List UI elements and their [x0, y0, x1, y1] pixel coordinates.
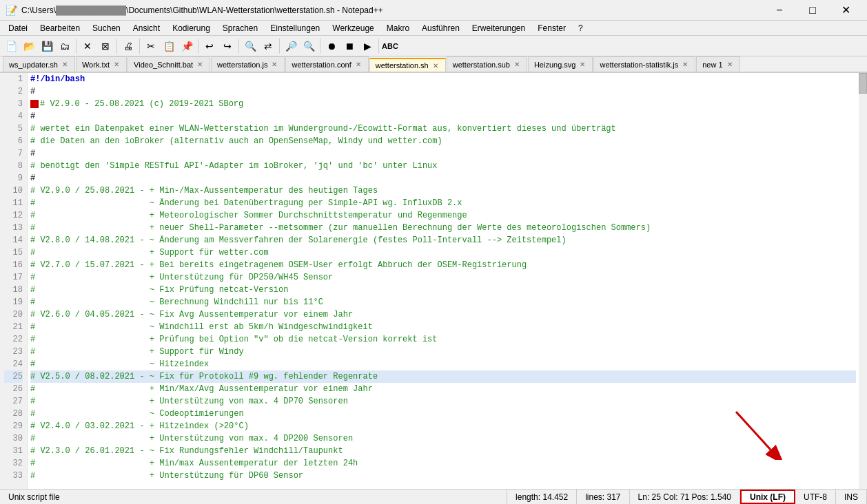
code-line: # [30, 85, 856, 98]
code-line: # ~ Änderung bei Datenübertragung per Si… [30, 197, 856, 209]
code-line: # + Unterstützung für DP60 Sensor [30, 470, 856, 482]
code-line: # + neuer Shell-Parameter --metsommer (z… [30, 222, 856, 234]
code-line: #!/bin/bash [30, 73, 856, 85]
toolbar: 📄 📂 💾 🗂 ✕ ⊠ 🖨 ✂ 📋 📌 ↩ ↪ 🔍 ⇄ 🔎 🔍 ⏺ ⏹ ▶ AB… [0, 36, 867, 56]
menu-erweiterungen[interactable]: Erweiterungen [467, 22, 531, 34]
status-position: Ln: 25 Col: 71 Pos: 1.540 [630, 490, 740, 504]
toolbar-sep-8 [378, 39, 379, 54]
zoom-out-button[interactable]: 🔍 [300, 38, 317, 54]
menu-kodierung[interactable]: Kodierung [167, 22, 216, 34]
toolbar-sep-2 [116, 39, 117, 54]
toolbar-sep-6 [279, 39, 280, 54]
tab-wetterstation-sh[interactable]: wetterstation.sh ✕ [369, 58, 446, 73]
tab-wetterstation-conf[interactable]: wetterstation.conf ✕ [285, 56, 368, 72]
window-title: C:\Users\████████████\Documents\Github\W… [21, 6, 383, 15]
tab-wetterstation-js[interactable]: wetterstation.js ✕ [211, 56, 285, 72]
toolbar-sep-4 [198, 39, 198, 54]
tab-close-wetterstation-js[interactable]: ✕ [270, 60, 278, 69]
line-number: 31 [4, 445, 23, 457]
close-all-button[interactable]: ⊠ [97, 38, 114, 54]
line-number: 22 [4, 333, 23, 346]
tab-close-wetterstation-sh[interactable]: ✕ [431, 61, 440, 70]
menu-datei[interactable]: Datei [3, 22, 33, 34]
line-number: 3 [4, 98, 23, 110]
tab-label: wetterstation.conf [292, 61, 351, 69]
cut-button[interactable]: ✂ [143, 38, 159, 54]
line-number: 1 [4, 73, 23, 85]
tab-close-video[interactable]: ✕ [196, 60, 204, 69]
redo-button[interactable]: ↪ [219, 38, 236, 54]
code-line: # V2.7.0 / 15.07.2021 - + Bei bereits ei… [30, 259, 856, 271]
status-line-ending[interactable]: Unix (LF) [740, 490, 795, 504]
tab-video-schnitt[interactable]: Video_Schnitt.bat ✕ [127, 56, 210, 72]
undo-button[interactable]: ↩ [201, 38, 218, 54]
minimize-button[interactable]: − [764, 0, 795, 21]
macro-record-button[interactable]: ⏺ [323, 38, 340, 54]
menu-ansicht[interactable]: Ansicht [127, 22, 165, 34]
new-button[interactable]: 📄 [3, 38, 19, 54]
line-number: 25 [4, 370, 23, 383]
status-encoding[interactable]: UTF-8 [795, 490, 836, 504]
menu-help[interactable]: ? [573, 22, 589, 34]
tab-close-new1[interactable]: ✕ [726, 60, 734, 69]
tab-label: wetterstation-statistik.js [600, 61, 678, 69]
tab-label: Heizung.svg [534, 61, 576, 69]
tab-close-heizung[interactable]: ✕ [578, 60, 586, 69]
maximize-button[interactable]: □ [797, 0, 828, 21]
menu-bearbeiten[interactable]: Bearbeiten [34, 22, 85, 34]
save-all-button[interactable]: 🗂 [57, 38, 73, 54]
menu-makro[interactable]: Makro [381, 22, 415, 34]
close-button[interactable]: ✕ [79, 38, 96, 54]
tab-wetterstation-sub[interactable]: wetterstation.sub ✕ [447, 56, 527, 72]
tab-new1[interactable]: new 1 ✕ [696, 56, 740, 72]
line-number: 8 [4, 160, 23, 172]
paste-button[interactable]: 📌 [178, 38, 195, 54]
tab-label: wetterstation.js [217, 61, 267, 69]
code-line: # + Support für Windy [30, 346, 856, 358]
menu-sprachen[interactable]: Sprachen [217, 22, 263, 34]
tab-heizung-svg[interactable]: Heizung.svg ✕ [528, 56, 593, 72]
tab-ws-updater[interactable]: ws_updater.sh ✕ [3, 56, 75, 72]
copy-button[interactable]: 📋 [161, 38, 177, 54]
menu-einstellungen[interactable]: Einstellungen [265, 22, 325, 34]
macro-stop-button[interactable]: ⏹ [341, 38, 358, 54]
replace-button[interactable]: ⇄ [260, 38, 276, 54]
line-number: 32 [4, 457, 23, 470]
tab-wetterstation-statistik[interactable]: wetterstation-statistik.js ✕ [593, 56, 695, 72]
line-number: 6 [4, 135, 23, 147]
line-number: 27 [4, 395, 23, 408]
menu-ausfuehren[interactable]: Ausführen [416, 22, 465, 34]
tab-close-statistik[interactable]: ✕ [681, 60, 689, 69]
editor-container: 1234567891011121314151617181920212223242… [0, 73, 867, 489]
tab-close-ws-updater[interactable]: ✕ [61, 60, 69, 69]
zoom-in-button[interactable]: 🔎 [283, 38, 299, 54]
tab-close-work[interactable]: ✕ [112, 60, 121, 69]
save-button[interactable]: 💾 [39, 38, 55, 54]
code-line: # + Unterstützung für DP250/WH45 Sensor [30, 271, 856, 284]
line-number: 18 [4, 284, 23, 296]
line-number: 16 [4, 259, 23, 271]
scrollbar[interactable] [859, 73, 867, 489]
code-line: # + Unterstützung von max. 4 DP200 Senso… [30, 432, 856, 445]
line-number: 21 [4, 321, 23, 333]
tab-close-wetterstation-sub[interactable]: ✕ [513, 60, 521, 69]
code-area[interactable]: #!/bin/bash# # V2.9.0 - 25.08.2021 (c) 2… [28, 73, 859, 489]
open-button[interactable]: 📂 [21, 38, 37, 54]
tab-close-wetterstation-conf[interactable]: ✕ [354, 60, 363, 69]
spellcheck-button[interactable]: ABC [382, 38, 398, 54]
close-button[interactable]: ✕ [830, 0, 861, 21]
status-filetype: Unix script file [0, 490, 507, 504]
macro-play-button[interactable]: ▶ [359, 38, 376, 54]
code-line: # + Unterstützung von max. 4 DP70 Sensor… [30, 395, 856, 408]
menu-werkzeuge[interactable]: Werkzeuge [327, 22, 379, 34]
menu-suchen[interactable]: Suchen [87, 22, 126, 34]
toolbar-sep-5 [238, 39, 239, 54]
code-line: # [30, 110, 856, 123]
code-line: # V2.4.0 / 03.02.2021 - + Hitzeindex (>2… [30, 420, 856, 432]
tab-work[interactable]: Work.txt ✕ [76, 56, 127, 72]
find-button[interactable]: 🔍 [242, 38, 258, 54]
code-line: # + Support für wetter.com [30, 246, 856, 259]
print-button[interactable]: 🖨 [120, 38, 136, 54]
menu-fenster[interactable]: Fenster [532, 22, 571, 34]
line-number: 26 [4, 383, 23, 395]
